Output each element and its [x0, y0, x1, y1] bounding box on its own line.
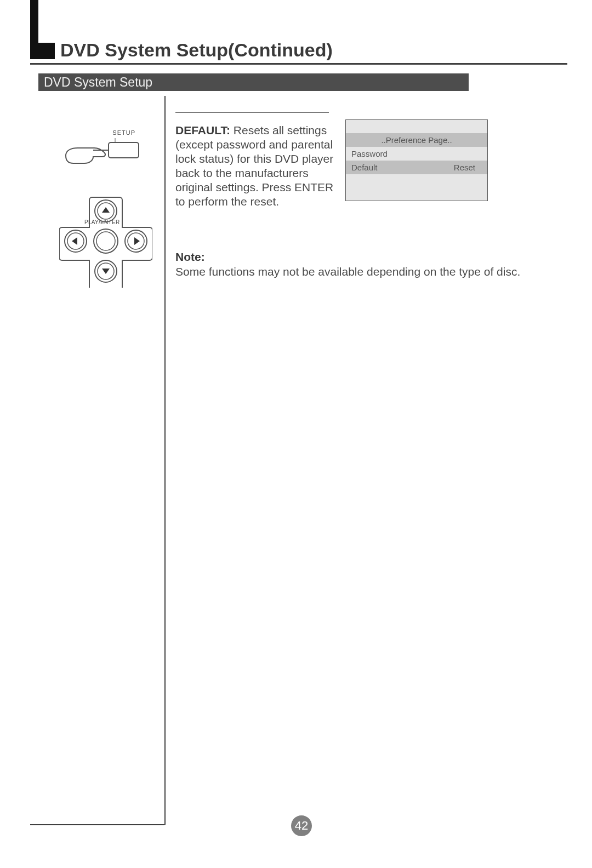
menu-padding-bottom	[346, 174, 487, 201]
preference-menu-screenshot: ..Preference Page.. Password Default Res…	[345, 119, 488, 201]
default-entry: DEFAULT: Resets all settings (except pas…	[175, 123, 334, 209]
dpad-illustration: PLAY/ENTER	[59, 195, 152, 288]
menu-padding-top	[346, 120, 487, 133]
arrow-left-icon	[72, 237, 77, 245]
svg-point-11	[96, 232, 115, 250]
setup-button-illustration: SETUP	[60, 129, 145, 162]
entry-term: DEFAULT:	[175, 124, 230, 136]
setup-label: SETUP	[112, 129, 135, 136]
svg-rect-0	[109, 142, 139, 158]
arrow-right-icon	[134, 237, 140, 245]
page-ornament-vertical	[30, 0, 38, 59]
note-block: Note: Some functions may not be availabl…	[175, 249, 559, 279]
menu-row-default-selected: Default Reset	[346, 161, 487, 174]
page-title: DVD System Setup(Continued)	[60, 39, 333, 61]
section-bar: DVD System Setup	[38, 73, 469, 91]
arrow-down-icon	[102, 269, 110, 274]
menu-header: ..Preference Page..	[346, 133, 487, 147]
entry-rule	[175, 112, 329, 113]
menu-row-password: Password	[346, 147, 487, 161]
menu-row-label: Default	[351, 163, 378, 172]
svg-point-10	[94, 229, 118, 253]
title-underline	[30, 63, 567, 65]
hand-press-icon	[60, 138, 145, 165]
page-ornament-square	[38, 43, 55, 59]
dpad-label: PLAY/ENTER	[84, 219, 120, 225]
bottom-divider	[30, 824, 164, 825]
menu-row-value: Reset	[454, 163, 475, 172]
page-number: 42	[291, 815, 312, 836]
vertical-divider	[164, 96, 166, 825]
page-body: DVD System Setup(Continued) DVD System S…	[30, 0, 573, 844]
note-heading: Note:	[175, 249, 559, 264]
note-body: Some functions may not be available depe…	[175, 264, 559, 279]
arrow-up-icon	[102, 207, 110, 213]
menu-row-label: Password	[351, 149, 388, 158]
